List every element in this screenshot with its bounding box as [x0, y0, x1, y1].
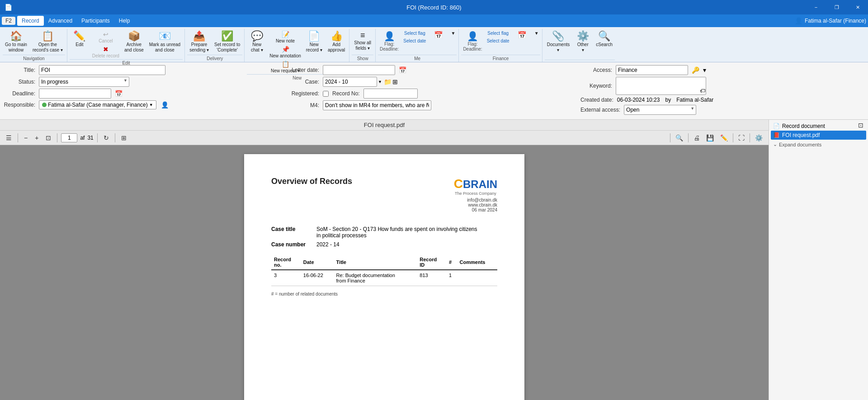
deadline-calendar-icon[interactable]: 📅	[115, 90, 123, 97]
responsible-field: Fatima al-Safar (Case manager, Finance) …	[39, 100, 156, 109]
new-record-button[interactable]: 📄 Newrecord ▾	[304, 30, 325, 54]
deadline-label: Deadline:	[4, 90, 35, 97]
pdf-page-input[interactable]	[61, 133, 77, 142]
delete-record-button[interactable]: ✖ Delete record	[90, 45, 121, 59]
pdf-annotate-button[interactable]: ✏️	[718, 133, 730, 142]
show-all-fields-button[interactable]: ≡ Show allfields ▾	[352, 30, 373, 52]
tab-advanced[interactable]: Advanced	[44, 16, 77, 26]
open-records-case-button[interactable]: 📋 Open therecord's case ▾	[30, 30, 65, 54]
add-approval-button[interactable]: 👍 Addapproval	[326, 30, 347, 54]
pdf-two-page-button[interactable]: ⊞	[119, 133, 129, 142]
m4-select[interactable]: Don't show in MR4 for members, who are r…	[323, 100, 431, 110]
pdf-toolbar: ☰ − + ⊡ af 31 ↻ ⊞ 🔍 🖨 💾 ✏️ ⛶	[0, 131, 769, 145]
registered-row: Registered: Record No:	[288, 89, 571, 99]
pdf-print-button[interactable]: 🖨	[691, 133, 702, 142]
tab-participants[interactable]: Participants	[77, 16, 114, 26]
table-row: 3 16-06-22 Re: Budget documentationfrom …	[271, 270, 497, 286]
record-no-label: Record No:	[332, 90, 360, 97]
new-chat-button[interactable]: 💬 Newchat ▾	[247, 30, 267, 54]
pdf-fullscreen-button[interactable]: ⛶	[736, 133, 747, 142]
go-to-main-window-button[interactable]: 🏠 Go to mainwindow	[3, 30, 29, 54]
me-buttons: 👤 Flag: Deadline: Select flag Select dat…	[378, 29, 457, 55]
set-record-complete-button[interactable]: ✅ Set record to'Complete'	[212, 30, 242, 54]
new-note-button[interactable]: 📝 New note	[268, 30, 303, 44]
tab-help[interactable]: Help	[114, 16, 135, 26]
navigation-label: Navigation	[3, 55, 65, 62]
row-title: Re: Budget documentationfrom Finance	[334, 270, 417, 286]
cancel-button[interactable]: ↩ Cancel	[90, 30, 121, 44]
mark-as-unread-button[interactable]: 📧 Mark as unreadand close	[147, 30, 183, 54]
deadline-input[interactable]	[39, 89, 111, 99]
finance-buttons: 👤 Flag: Deadline: Select flag Select dat…	[461, 29, 540, 55]
toolbar-separator-4	[115, 133, 115, 142]
finance-dropdown-button[interactable]: ▼	[533, 30, 540, 37]
pdf-area: FOI request.pdf ⊡ ☰ − + ⊡ af 31 ↻ ⊞ 🔍 🖨 …	[0, 120, 769, 400]
external-access-select[interactable]: Open Closed	[624, 105, 696, 115]
me-select-flag-button[interactable]: Select flag	[401, 30, 428, 37]
record-no-input[interactable]	[363, 89, 418, 99]
menu-bar: F2 Record Advanced Participants Help 👤 F…	[0, 14, 868, 27]
finance-calendar-button[interactable]: 📅	[512, 30, 532, 40]
pdf-page-title: Overview of Records	[271, 177, 352, 186]
finance-select-date-button[interactable]: Select date	[485, 38, 511, 44]
access-key-icon[interactable]: 🔑	[692, 66, 699, 74]
keyword-row: Keyword: 🏷	[580, 77, 864, 95]
f2-button[interactable]: F2	[2, 17, 15, 25]
tab-record[interactable]: Record	[17, 16, 44, 26]
access-dropdown-icon[interactable]: ▾	[703, 66, 706, 74]
other-icon: ⚙️	[577, 31, 589, 41]
case-expand-icon[interactable]: ⊞	[392, 78, 398, 85]
archive-and-close-button[interactable]: 📦 Archiveand close	[122, 30, 146, 54]
doc-item-foi-request[interactable]: 📕 FOI request.pdf	[771, 131, 866, 140]
other-button[interactable]: ⚙️ Other▾	[573, 30, 593, 54]
me-calendar-button[interactable]: 📅	[429, 30, 448, 40]
record-icon: 📄	[308, 31, 320, 41]
registered-checkbox[interactable]	[323, 91, 329, 97]
title-input[interactable]	[39, 65, 165, 75]
keyword-input[interactable]	[616, 77, 706, 95]
status-select[interactable]: In progress Completed Closed	[39, 77, 129, 87]
status-dot	[42, 103, 47, 107]
me-label: Me	[378, 55, 457, 62]
send-icon: 📤	[193, 31, 205, 41]
restore-button[interactable]: ❐	[826, 0, 847, 14]
close-button[interactable]: ✕	[847, 0, 868, 14]
responsible-person-icon[interactable]: 👤	[161, 101, 169, 108]
access-input[interactable]	[616, 65, 688, 75]
pdf-search-button[interactable]: 🔍	[673, 133, 685, 142]
minimize-button[interactable]: −	[806, 0, 826, 14]
toolbar-separator-7	[733, 133, 733, 142]
pdf-title: FOI request.pdf	[364, 122, 405, 128]
new-annotation-button[interactable]: 📌 New annotation	[268, 45, 303, 59]
pdf-content[interactable]: Overview of Records CBRAIN The Process C…	[0, 145, 769, 400]
pdf-zoom-out-button[interactable]: −	[22, 133, 30, 142]
cbrain-info: CBRAIN The Process Company info@cbrain.d…	[454, 177, 497, 212]
pdf-save-button[interactable]: 💾	[704, 133, 716, 142]
keyword-icon[interactable]: 🏷	[700, 88, 705, 94]
letter-date-input[interactable]	[323, 65, 395, 75]
case-input[interactable]	[323, 77, 377, 87]
pdf-resize-icon[interactable]: ⊡	[858, 122, 863, 129]
pdf-settings-button[interactable]: ⚙️	[753, 133, 765, 142]
pdf-header-row: Overview of Records CBRAIN The Process C…	[271, 177, 497, 212]
pdf-fit-button[interactable]: ⊡	[43, 133, 53, 142]
letter-date-calendar-icon[interactable]: 📅	[399, 66, 406, 74]
doc-item-record-document[interactable]: 📄 Record document	[771, 122, 866, 131]
documents-button[interactable]: 📎 Documents▾	[545, 30, 572, 54]
pdf-rotate-button[interactable]: ↻	[101, 133, 111, 142]
finance-select-flag-button[interactable]: Select flag	[485, 30, 511, 37]
pdf-records-table: Recordno. Date Title RecordID # Comments…	[271, 255, 497, 286]
case-folder-icon[interactable]: 📁	[384, 78, 392, 85]
pdf-title-bar: FOI request.pdf ⊡	[0, 120, 769, 131]
pdf-menu-button[interactable]: ☰	[4, 133, 14, 142]
expand-documents-button[interactable]: ⌄ Expand documents	[771, 140, 866, 149]
table-header-count: #	[446, 255, 457, 270]
csearch-button[interactable]: 🔍 cSearch	[594, 30, 615, 49]
case-dropdown-icon[interactable]: ▼	[378, 80, 382, 84]
responsible-label: Responsible:	[4, 102, 35, 108]
me-select-date-button[interactable]: Select date	[401, 38, 428, 44]
prepare-sending-button[interactable]: 📤 Preparesending ▾	[187, 30, 211, 54]
me-dropdown-button[interactable]: ▼	[449, 30, 457, 37]
pdf-zoom-in-button[interactable]: +	[33, 133, 41, 142]
edit-button[interactable]: ✏️ Edit	[70, 30, 90, 49]
